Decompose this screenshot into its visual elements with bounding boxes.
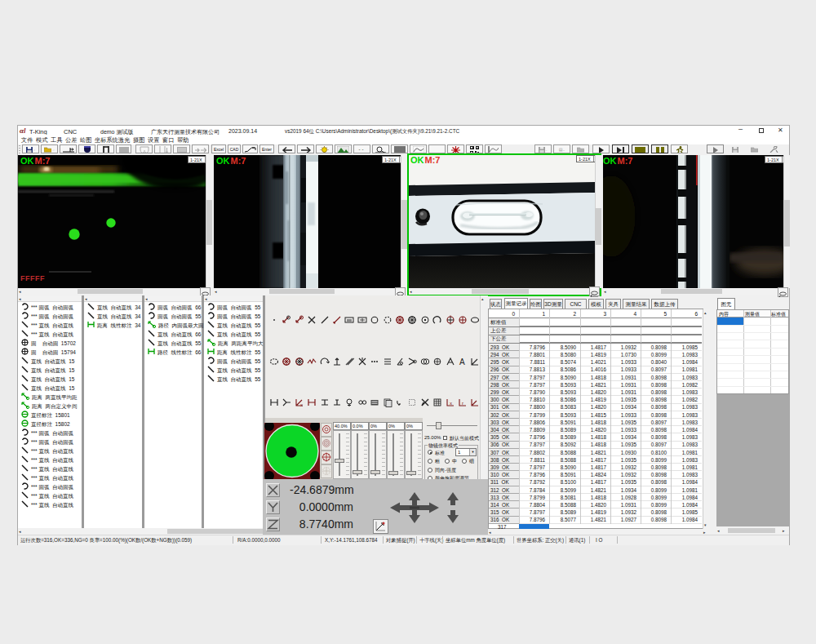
svg-text:x: x bbox=[300, 402, 303, 407]
svg-text:x: x bbox=[450, 401, 452, 406]
svg-text:r: r bbox=[462, 401, 463, 406]
svg-text:A: A bbox=[459, 358, 465, 366]
